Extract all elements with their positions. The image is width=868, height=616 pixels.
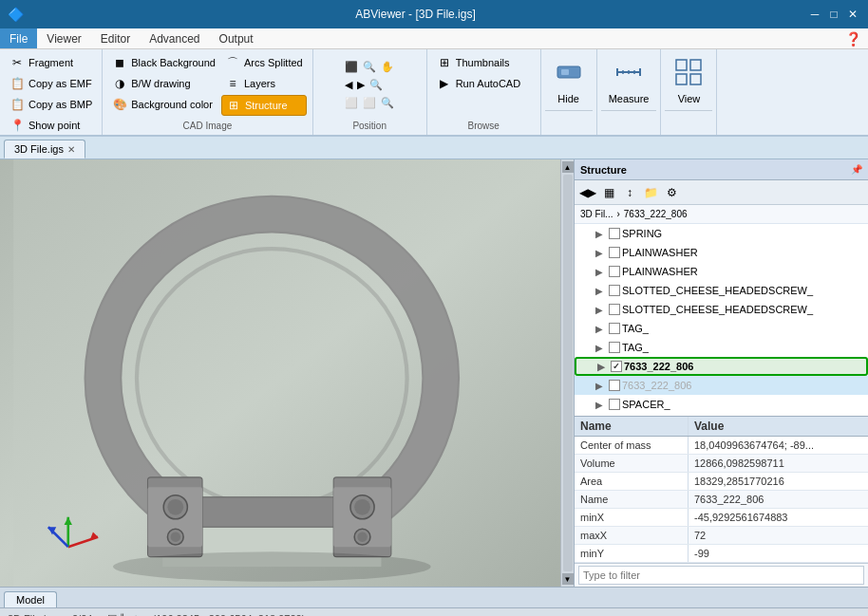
tree-expand-icon[interactable]: ▶ (595, 400, 607, 410)
tree-item[interactable]: ▶PLAINWASHER (575, 262, 868, 281)
pos-btn-4[interactable]: ◀ (343, 77, 354, 93)
svg-rect-10 (676, 74, 687, 84)
thumbnails-btn[interactable]: ⊞ Thumbnails (433, 53, 535, 72)
tree-item[interactable]: ▶SPRING (575, 224, 868, 243)
tree-item[interactable]: ▶TAG_ (575, 338, 868, 357)
menu-advanced[interactable]: Advanced (140, 28, 209, 48)
tree-expand-icon[interactable]: ▶ (595, 343, 607, 353)
tree-item[interactable]: ▶SLOTTED_CHEESE_HEADEDSCREW_ (575, 281, 868, 300)
prop-col-name: Name (575, 417, 689, 436)
tree-item[interactable]: ▶SPACER_ (575, 395, 868, 414)
tree-checkbox[interactable]: ✓ (611, 361, 622, 372)
panel-tool-settings[interactable]: ⚙ (662, 183, 681, 202)
title-bar: 🔷 ABViewer - [3D File.igs] ─ □ ✕ (0, 0, 868, 28)
tree-expand-icon[interactable]: ▶ (595, 267, 607, 277)
menu-editor[interactable]: Editor (91, 28, 140, 48)
menu-output[interactable]: Output (210, 28, 263, 48)
filter-input[interactable] (578, 566, 864, 585)
show-point-icon: 📍 (9, 118, 25, 133)
structure-btn[interactable]: ⊞ Structure (221, 95, 307, 116)
panel-tool-nav[interactable]: ◀▶ (578, 183, 597, 202)
panel-tool-expand[interactable]: ↕ (620, 183, 639, 202)
menu-file[interactable]: File (0, 28, 37, 48)
model-tab[interactable]: Model (4, 591, 57, 607)
black-bg-icon: ◼ (112, 55, 127, 70)
menu-viewer[interactable]: Viewer (37, 28, 90, 48)
arcs-splitted-btn[interactable]: ⌒ Arcs Splitted (221, 53, 307, 72)
tree-expand-icon[interactable]: ▶ (595, 248, 607, 258)
copy-bmp-icon: 📋 (9, 97, 25, 112)
pos-btn-9[interactable]: 🔍 (379, 95, 396, 111)
tree-item[interactable]: ▶SLOTTED_CHEESE_HEADEDSCREW_ (575, 300, 868, 319)
view-btn[interactable]: View (665, 53, 712, 108)
close-btn[interactable]: ✕ (845, 7, 860, 22)
pos-btn-8[interactable]: ⬜ (361, 95, 378, 111)
fragment-btn[interactable]: ✂ Fragment (6, 53, 96, 72)
pos-btn-5[interactable]: ▶ (355, 77, 367, 93)
svg-point-30 (113, 551, 431, 581)
tree-checkbox[interactable] (609, 228, 620, 239)
cad-label: CAD Image (183, 121, 233, 131)
tree-expand-icon[interactable]: ▶ (595, 305, 607, 315)
tree-checkbox[interactable] (609, 342, 620, 353)
prop-row: minY-99 (575, 545, 868, 563)
measure-btn[interactable]: Measure (601, 53, 657, 108)
tree-expand-icon[interactable]: ▶ (595, 381, 607, 391)
tab-3d-file[interactable]: 3D File.igs ✕ (4, 140, 85, 159)
filter-box (575, 563, 868, 587)
tree-container[interactable]: ▶SPRING▶PLAINWASHER▶PLAINWASHER▶SLOTTED_… (575, 224, 868, 416)
svg-point-23 (171, 532, 180, 541)
tree-item[interactable]: ▶7633_222_806 (575, 376, 868, 395)
tree-checkbox[interactable] (609, 266, 620, 277)
hide-btn[interactable]: Hide (545, 53, 593, 108)
tree-expand-icon[interactable]: ▶ (595, 286, 607, 296)
bottom-tab-strip: Model (0, 587, 868, 607)
bg-color-btn[interactable]: 🎨 Background color (108, 95, 219, 114)
model-tab-label: Model (16, 594, 45, 606)
pos-btn-2[interactable]: 🔍 (361, 59, 378, 75)
tree-item[interactable]: ▶✓7633_222_806 (575, 357, 868, 376)
bw-drawing-btn[interactable]: ◑ B/W drawing (108, 74, 219, 93)
tree-expand-icon[interactable]: ▶ (595, 229, 607, 239)
tab-strip: 3D File.igs ✕ (0, 137, 868, 159)
layers-btn[interactable]: ≡ Layers (221, 74, 307, 93)
maximize-btn[interactable]: □ (826, 7, 841, 22)
minimize-btn[interactable]: ─ (807, 7, 822, 22)
tree-checkbox[interactable] (609, 304, 620, 315)
tab-label: 3D File.igs (14, 143, 64, 155)
bg-color-icon: 🎨 (112, 97, 127, 112)
pos-btn-7[interactable]: ⬜ (343, 95, 360, 111)
panel-pin-btn[interactable]: 📌 (851, 164, 862, 175)
panel-tool-folder[interactable]: 📁 (641, 183, 660, 202)
view-group: View (661, 49, 717, 135)
pos-btn-6[interactable]: 🔍 (368, 77, 385, 93)
show-point-btn[interactable]: 📍 Show point (6, 116, 96, 135)
run-autocad-btn[interactable]: ▶ Run AutoCAD (433, 74, 535, 93)
prop-row: minX-45,9292561674883 (575, 509, 868, 527)
copy-as-bmp-btn[interactable]: 📋 Copy as BMP (6, 95, 96, 114)
structure-panel: Structure 📌 ◀▶ ▦ ↕ 📁 ⚙ 3D Fil... › 7633_… (574, 159, 868, 587)
fragment-icon: ✂ (9, 55, 25, 70)
tree-checkbox[interactable] (609, 323, 620, 334)
viewport[interactable]: ▲ ▼ (0, 159, 574, 587)
pos-btn-3[interactable]: ✋ (379, 59, 396, 75)
black-bg-btn[interactable]: ◼ Black Background (108, 53, 219, 72)
ribbon-group-browse: ⊞ Thumbnails ▶ Run AutoCAD Browse (427, 49, 541, 135)
tree-expand-icon[interactable]: ▶ (595, 324, 607, 334)
ribbon-help-btn[interactable]: ❓ (845, 31, 860, 47)
tree-checkbox[interactable] (609, 285, 620, 296)
pos-btn-1[interactable]: ⬛ (343, 59, 360, 75)
panel-toolbar: ◀▶ ▦ ↕ 📁 ⚙ (575, 180, 868, 205)
tree-checkbox[interactable] (609, 247, 620, 258)
tree-item[interactable]: ▶PLAINWASHER (575, 243, 868, 262)
panel-tool-grid[interactable]: ▦ (599, 183, 618, 202)
tree-checkbox[interactable] (609, 380, 620, 391)
tree-item[interactable]: ▶TAG_ (575, 319, 868, 338)
tab-close-btn[interactable]: ✕ (67, 144, 75, 155)
status-bar: 3D File.igs 2/24 ▣ ∥ ↙ (196,2345; -399,6… (0, 607, 868, 616)
prop-row: Name7633_222_806 (575, 491, 868, 509)
copy-as-emf-btn[interactable]: 📋 Copy as EMF (6, 74, 96, 93)
tree-expand-icon[interactable]: ▶ (597, 362, 609, 372)
tree-checkbox[interactable] (609, 399, 620, 410)
status-page: 2/24 (72, 613, 92, 617)
